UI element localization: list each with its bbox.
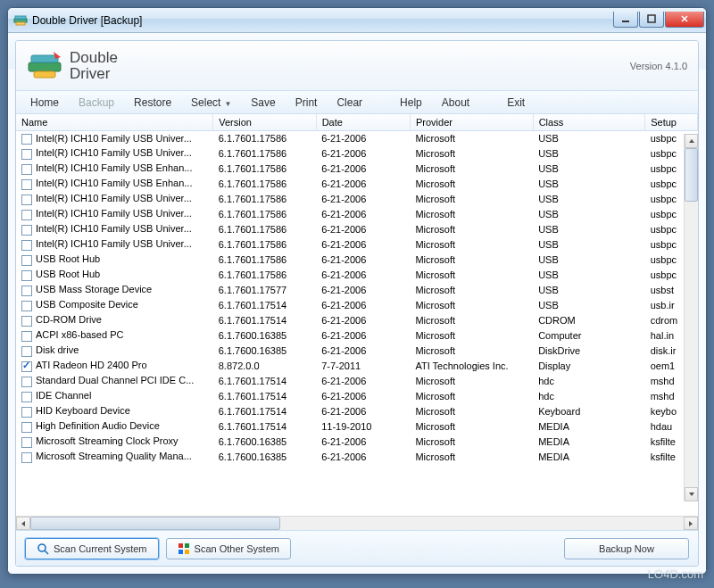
app-window: Double Driver [Backup] Double <box>7 7 707 575</box>
menu-clear[interactable]: Clear <box>328 94 371 112</box>
row-checkbox[interactable] <box>21 392 32 402</box>
driver-version: 6.1.7601.17586 <box>213 253 316 268</box>
driver-provider: Microsoft <box>410 253 533 268</box>
scroll-right-arrow-icon[interactable] <box>684 517 698 530</box>
driver-name: Disk drive <box>36 344 79 355</box>
table-row[interactable]: Intel(R) ICH10 Family USB Univer...6.1.7… <box>16 222 698 237</box>
scroll-left-arrow-icon[interactable] <box>16 517 30 530</box>
row-checkbox[interactable] <box>21 331 32 342</box>
driver-class: Computer <box>533 328 645 344</box>
col-header-version[interactable]: Version <box>213 114 316 131</box>
driver-name: Microsoft Streaming Quality Mana... <box>36 451 192 461</box>
table-row[interactable]: CD-ROM Drive6.1.7601.175146-21-2006Micro… <box>16 313 698 328</box>
driver-version: 6.1.7601.17586 <box>213 177 316 192</box>
driver-provider: Microsoft <box>410 207 533 222</box>
row-checkbox[interactable] <box>21 286 32 296</box>
menu-home[interactable]: Home <box>21 94 68 112</box>
menu-save[interactable]: Save <box>242 94 284 112</box>
driver-version: 6.1.7601.17514 <box>213 374 316 389</box>
vertical-scrollbar[interactable] <box>684 134 698 501</box>
row-checkbox[interactable] <box>21 210 32 220</box>
table-row[interactable]: Intel(R) ICH10 Family USB Univer...6.1.7… <box>16 146 698 161</box>
row-checkbox[interactable] <box>21 240 32 251</box>
row-checkbox[interactable] <box>21 164 32 175</box>
titlebar[interactable]: Double Driver [Backup] <box>8 8 706 33</box>
col-header-date[interactable]: Date <box>316 114 410 131</box>
menu-exit[interactable]: Exit <box>498 94 534 112</box>
table-row[interactable]: USB Composite Device6.1.7601.175146-21-2… <box>16 298 698 313</box>
maximize-button[interactable] <box>639 12 664 28</box>
scan-current-system-button[interactable]: Scan Current System <box>25 538 159 559</box>
driver-class: hdc <box>533 374 645 389</box>
row-checkbox[interactable] <box>21 361 32 372</box>
driver-version: 8.872.0.0 <box>213 359 316 374</box>
col-header-class[interactable]: Class <box>533 114 645 131</box>
app-header: Double Driver Version 4.1.0 <box>16 41 698 91</box>
table-row[interactable]: Intel(R) ICH10 Family USB Enhan...6.1.76… <box>16 161 698 177</box>
table-row[interactable]: HID Keyboard Device6.1.7601.175146-21-20… <box>16 404 698 419</box>
scroll-down-arrow-icon[interactable] <box>685 487 698 501</box>
driver-class: USB <box>533 177 645 192</box>
table-row[interactable]: USB Root Hub6.1.7601.175866-21-2006Micro… <box>16 253 698 268</box>
minimize-button[interactable] <box>613 12 638 28</box>
menu-about[interactable]: About <box>433 94 478 112</box>
horizontal-scrollbar[interactable] <box>16 516 698 530</box>
table-row[interactable]: Intel(R) ICH10 Family USB Univer...6.1.7… <box>16 192 698 207</box>
table-row[interactable]: USB Root Hub6.1.7601.175866-21-2006Micro… <box>16 268 698 283</box>
menu-select[interactable]: Select▼ <box>182 94 240 112</box>
table-row[interactable]: ATI Radeon HD 2400 Pro8.872.0.07-7-2011A… <box>16 359 698 374</box>
menu-help[interactable]: Help <box>391 94 431 112</box>
table-row[interactable]: Intel(R) ICH10 Family USB Enhan...6.1.76… <box>16 177 698 192</box>
row-checkbox[interactable] <box>21 452 32 463</box>
scan-other-system-button[interactable]: Scan Other System <box>166 538 291 559</box>
watermark: LO4D.com <box>648 567 703 581</box>
col-header-name[interactable]: Name <box>16 114 213 131</box>
driver-provider: Microsoft <box>410 404 533 419</box>
table-row[interactable]: ACPI x86-based PC6.1.7600.163856-21-2006… <box>16 328 698 344</box>
svg-rect-9 <box>178 543 183 548</box>
table-row[interactable]: Microsoft Streaming Clock Proxy6.1.7600.… <box>16 435 698 450</box>
row-checkbox[interactable] <box>21 422 32 433</box>
table-row[interactable]: Microsoft Streaming Quality Mana...6.1.7… <box>16 450 698 465</box>
driver-date: 11-19-2010 <box>316 419 410 435</box>
table-row[interactable]: Disk drive6.1.7600.163856-21-2006Microso… <box>16 344 698 359</box>
driver-class: USB <box>533 268 645 283</box>
row-checkbox[interactable] <box>21 134 32 145</box>
backup-now-button[interactable]: Backup Now <box>564 538 689 559</box>
row-checkbox[interactable] <box>21 195 32 205</box>
table-row[interactable]: USB Mass Storage Device6.1.7601.175776-2… <box>16 283 698 298</box>
close-button[interactable] <box>665 12 704 28</box>
driver-date: 6-21-2006 <box>316 435 410 450</box>
col-header-provider[interactable]: Provider <box>410 114 533 131</box>
driver-name: USB Composite Device <box>36 299 138 310</box>
driver-class: CDROM <box>533 313 645 328</box>
row-checkbox[interactable] <box>21 179 32 190</box>
row-checkbox[interactable] <box>21 255 32 266</box>
horizontal-scroll-track[interactable] <box>30 517 684 530</box>
row-checkbox[interactable] <box>21 316 32 327</box>
driver-date: 6-21-2006 <box>316 222 410 237</box>
row-checkbox[interactable] <box>21 270 32 281</box>
vertical-scroll-thumb[interactable] <box>685 148 698 202</box>
table-row[interactable]: Intel(R) ICH10 Family USB Univer...6.1.7… <box>16 207 698 222</box>
table-row[interactable]: Intel(R) ICH10 Family USB Univer...6.1.7… <box>16 131 698 146</box>
col-header-setup[interactable]: Setup <box>645 114 698 131</box>
row-checkbox[interactable] <box>21 149 32 160</box>
horizontal-scroll-thumb[interactable] <box>30 517 280 530</box>
table-row[interactable]: Standard Dual Channel PCI IDE C...6.1.76… <box>16 374 698 389</box>
row-checkbox[interactable] <box>21 301 32 311</box>
row-checkbox[interactable] <box>21 377 32 387</box>
row-checkbox[interactable] <box>21 407 32 418</box>
row-checkbox[interactable] <box>21 346 32 357</box>
row-checkbox[interactable] <box>21 437 32 448</box>
driver-class: MEDIA <box>533 419 645 435</box>
scroll-up-arrow-icon[interactable] <box>685 134 698 148</box>
table-row[interactable]: High Definition Audio Device6.1.7601.175… <box>16 419 698 435</box>
menu-restore[interactable]: Restore <box>125 94 180 112</box>
table-row[interactable]: IDE Channel6.1.7601.175146-21-2006Micros… <box>16 389 698 404</box>
menu-print[interactable]: Print <box>286 94 327 112</box>
table-row[interactable]: Intel(R) ICH10 Family USB Univer...6.1.7… <box>16 237 698 253</box>
driver-class: USB <box>533 131 645 146</box>
driver-provider: Microsoft <box>410 344 533 359</box>
row-checkbox[interactable] <box>21 225 32 236</box>
